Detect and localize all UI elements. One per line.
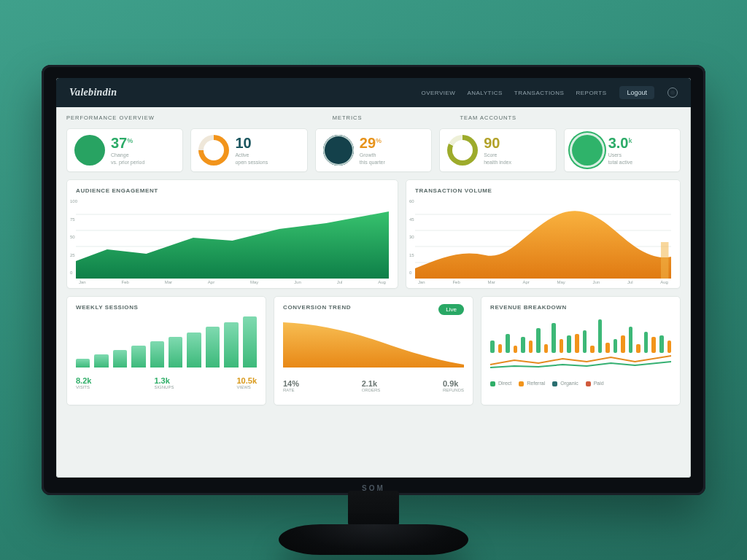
kpi-sub2: vs. prior period (111, 159, 144, 166)
kpi-section-labels: PERFORMANCE OVERVIEW METRICS TEAM ACCOUN… (66, 114, 681, 121)
legend-item: Organic (552, 381, 578, 386)
nav-analytics[interactable]: Analytics (467, 90, 502, 96)
nav-reports[interactable]: Reports (576, 90, 606, 96)
stat-value: 1.3k (154, 376, 174, 385)
kpi-card-3[interactable]: 29% Growth this quarter (315, 128, 432, 172)
logout-button[interactable]: Logout (619, 86, 654, 99)
app-logo: Valebindin (69, 87, 117, 98)
chart-xlabels: JanFeb MarApr MayJun JulAug (76, 279, 389, 284)
stat-label: Rate (283, 388, 299, 392)
kpi-sub1: Active (235, 152, 268, 158)
kpi-card-1[interactable]: 37% Change vs. prior period (66, 128, 183, 172)
stat-value: 14% (283, 379, 299, 388)
kpi-ring-icon (323, 135, 354, 166)
area-chart-svg (76, 198, 389, 279)
svg-rect-8 (661, 242, 669, 279)
kpi-value: 10 (235, 135, 251, 151)
bar-chart (76, 316, 257, 368)
kpi-suffix: % (376, 137, 382, 144)
bottom-row: Weekly Sessions 8.2kVisit (66, 296, 681, 405)
stat-label: Visits (76, 385, 91, 389)
live-badge: Live (438, 304, 464, 315)
monitor-stand-base (279, 524, 468, 555)
kpi-sub1: Growth (360, 152, 385, 158)
kpi-ring-icon (447, 135, 478, 166)
topbar: Valebindin Overview Analytics Transactio… (56, 78, 691, 107)
stat-label: Views (236, 385, 257, 389)
kpi-ring-icon (198, 135, 229, 166)
kpi-value: 37 (111, 135, 127, 151)
stat-value: 8.2k (76, 376, 91, 385)
kpi-card-5[interactable]: 3.0k Users total active (564, 128, 681, 172)
stat-value: 2.1k (362, 379, 381, 388)
kpi-card-2[interactable]: 10 Active open sessions (190, 128, 307, 172)
card-title: Revenue Breakdown (490, 304, 671, 311)
kpi-sub1: Change (111, 152, 144, 158)
kpi-sub2: health index (484, 159, 511, 166)
area-charts-row: Audience Engagement 100 75 50 25 0 (66, 179, 681, 289)
stat-label: Orders (362, 388, 381, 392)
kpi-suffix: % (127, 137, 133, 144)
stat-value: 10.5k (236, 376, 257, 385)
legend-item: Direct (490, 381, 511, 386)
label-kpi-left: PERFORMANCE OVERVIEW (66, 114, 155, 121)
card-title: Conversion Trend (283, 304, 464, 311)
kpi-sub2: total active (608, 159, 632, 166)
kpi-value: 29 (360, 135, 376, 151)
chart-title: Audience Engagement (76, 187, 389, 194)
sparkline-svg (490, 353, 671, 370)
screen: Valebindin Overview Analytics Transactio… (56, 78, 691, 478)
card-title: Weekly Sessions (76, 304, 257, 311)
gear-icon[interactable] (667, 88, 678, 98)
chart-ylabels: 100 75 50 25 0 (70, 199, 77, 275)
nav-transactions[interactable]: Transactions (514, 90, 565, 96)
grouped-bar-chart (490, 318, 671, 353)
kpi-suffix: k (628, 137, 632, 144)
card-conversion-trend[interactable]: Conversion Trend Live 14%Rate 2.1kOrders… (274, 296, 473, 405)
stat-label: Refunds (443, 388, 464, 392)
chart-engagement[interactable]: Audience Engagement 100 75 50 25 0 (66, 179, 398, 289)
kpi-card-4[interactable]: 90 Score health index (439, 128, 556, 172)
card-revenue-breakdown[interactable]: Revenue Breakdown (481, 296, 681, 405)
label-kpi-mid: METRICS (333, 114, 363, 121)
kpi-sub1: Users (608, 152, 632, 158)
legend-item: Paid (586, 381, 604, 386)
kpi-sub2: open sessions (235, 159, 268, 166)
monitor-stand-neck (348, 491, 399, 527)
nav-overview[interactable]: Overview (421, 90, 455, 96)
kpi-value: 90 (484, 135, 500, 151)
stat-value: 0.9k (443, 379, 464, 388)
kpi-ring-icon (572, 135, 603, 166)
chart-ylabels: 60 45 30 15 0 (409, 199, 414, 275)
kpi-row: 37% Change vs. prior period 10 Active op… (66, 128, 681, 172)
legend: Direct Referral Organic Paid (490, 381, 671, 386)
monitor-frame: Valebindin Overview Analytics Transactio… (42, 65, 705, 495)
legend-item: Referral (519, 381, 545, 386)
card-weekly-sessions[interactable]: Weekly Sessions 8.2kVisit (66, 296, 266, 405)
line-chart-svg (283, 316, 464, 368)
stat-line: 14%Rate 2.1kOrders 0.9kRefunds (283, 379, 464, 392)
kpi-value: 3.0 (608, 135, 629, 151)
dashboard-content: PERFORMANCE OVERVIEW METRICS TEAM ACCOUN… (56, 107, 691, 478)
chart-xlabels: JanFeb MarApr MayJun JulAug (415, 279, 671, 284)
kpi-ring-icon (74, 135, 105, 166)
chart-volume[interactable]: Transaction Volume 60 45 30 15 0 (406, 179, 681, 289)
top-nav: Overview Analytics Transactions Reports (421, 90, 606, 96)
stat-line: 8.2kVisits 1.3kSignups 10.5kViews (76, 376, 257, 389)
stat-label: Signups (154, 385, 174, 389)
kpi-sub2: this quarter (360, 159, 385, 166)
chart-title: Transaction Volume (415, 187, 671, 194)
kpi-sub1: Score (484, 152, 511, 158)
area-chart-svg (415, 198, 671, 279)
label-kpi-right: TEAM ACCOUNTS (460, 114, 516, 121)
